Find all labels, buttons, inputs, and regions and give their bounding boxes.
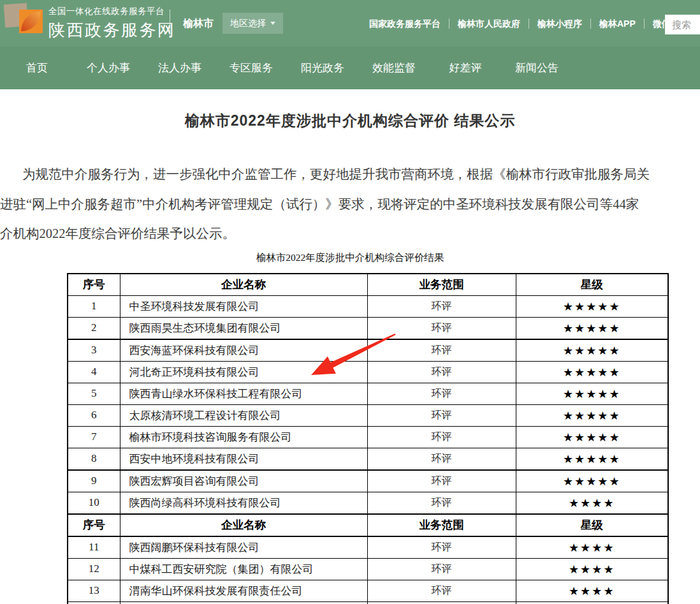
cell-company-name: 陕西宏辉项目咨询有限公司 <box>120 470 367 492</box>
nav-item-1[interactable]: 首页 <box>1 61 73 75</box>
cell-seq-number: 3 <box>68 339 120 362</box>
cell-seq-number: 13 <box>68 580 120 601</box>
cell-company-name: 榆林市环境科技咨询服务有限公司 <box>120 426 367 448</box>
header-cell-no: 序号 <box>68 514 120 536</box>
table-row: 3 西安海蓝环保科技有限公司 环评 ★★★★★ <box>68 339 668 362</box>
nav-item-label: 新闻公告 <box>515 62 558 74</box>
table-body: 序号 企业名称 业务范围 星级 1 中圣环境科技发展有限公司 环评 ★★★★★ … <box>68 274 668 604</box>
cell-company-name: 渭南华山环保科技发展有限责任公司 <box>120 580 367 601</box>
header-cell-scope: 业务范围 <box>367 514 516 536</box>
cell-star-rating: ★★★★★ <box>516 317 668 339</box>
cell-seq-number: 6 <box>68 404 120 426</box>
cell-star-rating: ★★★★ <box>516 558 668 580</box>
nav-item-label: 个人办事 <box>87 62 130 74</box>
chevron-down-icon <box>270 22 275 25</box>
current-city-label[interactable]: 榆林市 <box>183 17 214 31</box>
cell-seq-number: 11 <box>68 536 120 559</box>
header-link-3[interactable]: 榆林小程序 <box>529 18 590 29</box>
cell-seq-number: 12 <box>68 558 120 580</box>
nav-item-label: 专区服务 <box>230 62 273 74</box>
cell-seq-number: 5 <box>68 383 120 404</box>
evaluation-results-table: 序号 企业名称 业务范围 星级 1 中圣环境科技发展有限公司 环评 ★★★★★ … <box>67 273 669 604</box>
cell-seq-number: 1 <box>68 295 120 317</box>
nav-item-6[interactable]: 效能监督 <box>358 61 430 75</box>
cell-business-scope: 环评 <box>367 580 516 601</box>
cell-seq-number: 4 <box>68 361 120 383</box>
nav-item-8[interactable]: 新闻公告 <box>501 61 572 75</box>
cell-business-scope <box>367 601 516 604</box>
table-header-row: 序号 企业名称 业务范围 星级 <box>68 274 668 296</box>
cell-business-scope: 环评 <box>367 426 516 448</box>
cell-business-scope: 环评 <box>367 448 516 470</box>
cell-star-rating: ★★★★★ <box>516 339 668 362</box>
nav-item-4[interactable]: 专区服务 <box>215 61 287 75</box>
table-row: 11 陕西阔鹏环保科技有限公司 环评 ★★★★ <box>68 536 668 559</box>
header-cell-name: 企业名称 <box>120 514 367 536</box>
cell-business-scope: 环评 <box>367 536 516 559</box>
nav-item-label: 效能监督 <box>372 62 416 74</box>
nav-item-5[interactable]: 阳光政务 <box>287 61 358 75</box>
article-content: 榆林市2022年度涉批中介机构综合评价 结果公示 为规范中介服务行为，进一步强化… <box>0 111 700 604</box>
nav-item-label: 阳光政务 <box>301 62 344 74</box>
cell-company-name <box>120 601 367 604</box>
main-nav-list: 首页个人办事法人办事专区服务阳光政务效能监督好差评新闻公告 <box>0 47 700 89</box>
header-link-1[interactable]: 国家政务服务平台 <box>361 18 449 29</box>
announcement-paragraph: 为规范中介服务行为，进一步强化中介监管工作，更好地提升我市营商环境，根据《榆林市… <box>0 159 700 249</box>
table-header-row: 序号 企业名称 业务范围 星级 <box>68 514 668 536</box>
cell-seq-number: 7 <box>68 426 120 448</box>
search-input[interactable] <box>665 15 700 34</box>
cell-star-rating: ★★★★★ <box>516 426 668 448</box>
cell-star-rating: ★★★★★ <box>516 404 668 426</box>
region-selector-label: 地区选择 <box>230 18 266 29</box>
cell-company-name: 陕西阔鹏环保科技有限公司 <box>120 536 367 559</box>
site-logo[interactable] <box>4 2 42 41</box>
cell-seq-number: 9 <box>68 470 120 492</box>
cell-star-rating: ★★★★ <box>516 580 668 601</box>
paragraph-line: 介机构2022年度综合评价结果予以公示。 <box>0 219 700 249</box>
table-row: 7 榆林市环境科技咨询服务有限公司 环评 ★★★★★ <box>68 426 668 448</box>
header-cell-stars: 星级 <box>516 514 668 536</box>
logo-front-square <box>19 10 43 33</box>
cell-company-name: 中煤科工西安研究院（集团）有限公司 <box>120 558 367 580</box>
table-row-partial <box>68 601 668 604</box>
cell-star-rating: ★★★★ <box>516 492 668 514</box>
cell-company-name: 陕西青山绿水环保科技工程有限公司 <box>120 383 367 404</box>
header-cell-name: 企业名称 <box>120 274 367 296</box>
cell-star-rating: ★★★★★ <box>516 470 668 492</box>
table-row: 1 中圣环境科技发展有限公司 环评 ★★★★★ <box>68 295 668 317</box>
header-link-2[interactable]: 榆林市人民政府 <box>449 18 529 29</box>
region-selector-button[interactable]: 地区选择 <box>222 13 283 34</box>
nav-item-label: 法人办事 <box>158 62 201 74</box>
main-nav: 首页个人办事法人办事专区服务阳光政务效能监督好差评新闻公告 <box>0 47 700 89</box>
header-link-4[interactable]: 榆林APP <box>590 18 644 29</box>
cell-seq-number: 2 <box>68 317 120 339</box>
header-divider <box>170 10 170 38</box>
table-row: 12 中煤科工西安研究院（集团）有限公司 环评 ★★★★ <box>68 558 668 580</box>
nav-item-3[interactable]: 法人办事 <box>144 61 215 75</box>
cell-business-scope: 环评 <box>367 383 516 404</box>
cell-star-rating: ★★★★★ <box>516 295 668 317</box>
table-row: 2 陕西雨昊生态环境集团有限公司 环评 ★★★★★ <box>68 317 668 339</box>
paragraph-line: 为规范中介服务行为，进一步强化中介监管工作，更好地提升我市营商环境，根据《榆林市… <box>0 159 700 189</box>
cell-company-name: 陕西雨昊生态环境集团有限公司 <box>120 317 367 339</box>
cell-business-scope: 环评 <box>367 558 516 580</box>
cell-seq-number: 8 <box>68 448 120 470</box>
cell-star-rating <box>516 601 668 604</box>
cell-star-rating: ★★★★★ <box>516 448 668 470</box>
nav-item-label: 好差评 <box>449 62 482 74</box>
nav-item-2[interactable]: 个人办事 <box>73 61 144 75</box>
table-row: 10 陕西尚绿高科环境科技有限公司 环评 ★★★★ <box>68 492 668 514</box>
table-row: 5 陕西青山绿水环保科技工程有限公司 环评 ★★★★★ <box>68 383 668 404</box>
table-row: 9 陕西宏辉项目咨询有限公司 环评 ★★★★★ <box>68 470 668 492</box>
top-header: 全国一体化在线政务服务平台 陕西政务服务网 榆林市 地区选择 国家政务服务平台榆… <box>0 0 700 47</box>
cell-business-scope: 环评 <box>367 317 516 339</box>
header-cell-no: 序号 <box>68 274 120 296</box>
cell-business-scope: 环评 <box>367 361 516 383</box>
cell-company-name: 西安海蓝环保科技有限公司 <box>120 339 367 362</box>
cell-business-scope: 环评 <box>367 404 516 426</box>
nav-item-7[interactable]: 好差评 <box>430 61 501 75</box>
cell-business-scope: 环评 <box>367 339 516 362</box>
table-row: 4 河北奇正环境科技有限公司 环评 ★★★★★ <box>68 361 668 383</box>
paragraph-line: 进驻“网上中介服务超市”中介机构考评管理规定（试行）》要求，现将评定的中圣环境科… <box>0 189 700 219</box>
cell-company-name: 中圣环境科技发展有限公司 <box>120 295 367 317</box>
